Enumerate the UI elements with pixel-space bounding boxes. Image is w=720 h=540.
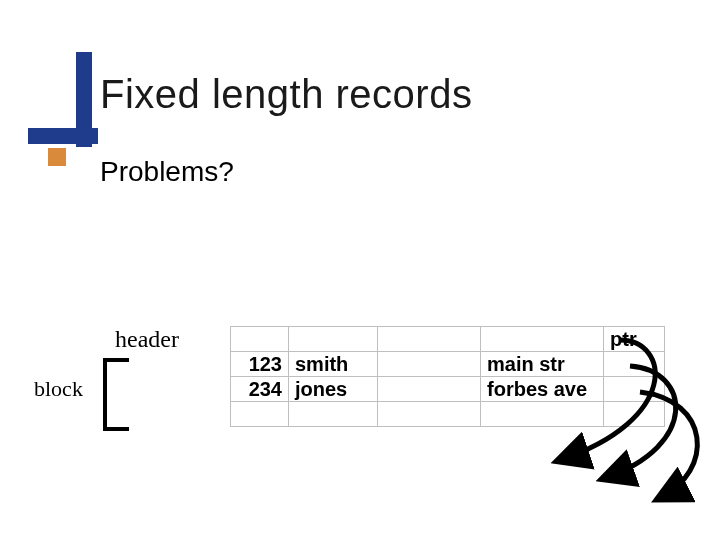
title-bar-vertical [76, 52, 92, 147]
cell: 123 [231, 352, 289, 377]
label-block: block [34, 376, 83, 402]
records-table: ptr 123 smith main str 234 jones forbes … [230, 326, 665, 427]
block-bracket [103, 358, 129, 431]
title-accent-square [48, 148, 66, 166]
table-row-header: ptr [231, 327, 665, 352]
table-row-empty [231, 402, 665, 427]
cell: 234 [231, 377, 289, 402]
label-header: header [115, 326, 179, 353]
cell [378, 327, 481, 352]
cell [378, 352, 481, 377]
cell: jones [289, 377, 378, 402]
cell [604, 377, 665, 402]
cell: forbes ave [481, 377, 604, 402]
cell: smith [289, 352, 378, 377]
cell [289, 402, 378, 427]
slide-subtitle: Problems? [100, 156, 234, 188]
cell [481, 327, 604, 352]
cell-ptr-header: ptr [604, 327, 665, 352]
cell [231, 327, 289, 352]
slide-title: Fixed length records [100, 72, 472, 117]
cell [604, 402, 665, 427]
cell: main str [481, 352, 604, 377]
cell [378, 377, 481, 402]
cell [604, 352, 665, 377]
cell [231, 402, 289, 427]
cell [378, 402, 481, 427]
table-row: 234 jones forbes ave [231, 377, 665, 402]
cell [481, 402, 604, 427]
table-row: 123 smith main str [231, 352, 665, 377]
cell [289, 327, 378, 352]
